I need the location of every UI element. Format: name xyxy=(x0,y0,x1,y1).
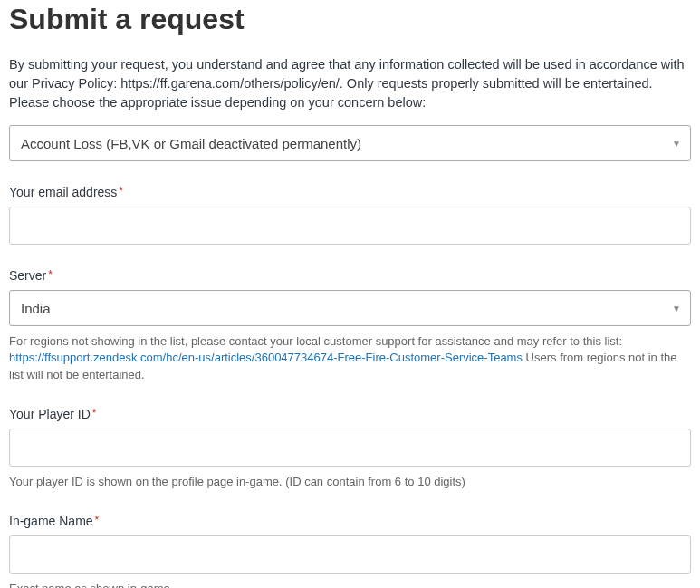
required-mark: * xyxy=(48,268,53,281)
required-mark: * xyxy=(95,514,100,526)
issue-type-select[interactable]: Account Loss (FB,VK or Gmail deactivated… xyxy=(9,125,691,161)
chevron-down-icon: ▼ xyxy=(672,139,681,149)
server-label: Server* xyxy=(9,268,691,283)
email-field[interactable] xyxy=(9,207,691,245)
player-id-help-text: Your player ID is shown on the profile p… xyxy=(9,474,691,490)
required-mark: * xyxy=(119,185,123,198)
in-game-name-group: In-game Name* Exact name as shown in-gam… xyxy=(9,514,691,588)
email-label: Your email address* xyxy=(9,185,691,199)
required-mark: * xyxy=(92,407,97,419)
server-selected: India xyxy=(21,301,51,316)
server-group: Server* India ▼ For regions not showing … xyxy=(9,268,691,383)
chevron-down-icon: ▼ xyxy=(672,304,681,313)
in-game-name-label-text: In-game Name xyxy=(9,514,93,528)
server-select[interactable]: India ▼ xyxy=(9,290,691,326)
in-game-name-help-text: Exact name as shown in-game xyxy=(9,581,691,588)
issue-type-selected: Account Loss (FB,VK or Gmail deactivated… xyxy=(21,136,361,151)
in-game-name-label: In-game Name* xyxy=(9,514,691,528)
issue-type-group: Account Loss (FB,VK or Gmail deactivated… xyxy=(9,125,691,161)
server-help-text: For regions not showing in the list, ple… xyxy=(9,333,691,383)
in-game-name-field[interactable] xyxy=(9,535,691,574)
intro-text: By submitting your request, you understa… xyxy=(9,55,691,112)
page-title: Submit a request xyxy=(9,0,691,39)
email-group: Your email address* xyxy=(9,185,691,245)
player-id-group: Your Player ID* Your player ID is shown … xyxy=(9,407,691,490)
server-help-prefix: For regions not showing in the list, ple… xyxy=(9,334,622,348)
email-label-text: Your email address xyxy=(9,185,117,199)
player-id-field[interactable] xyxy=(9,429,691,467)
player-id-label: Your Player ID* xyxy=(9,407,691,421)
server-help-link[interactable]: https://ffsupport.zendesk.com/hc/en-us/a… xyxy=(9,351,523,364)
player-id-label-text: Your Player ID xyxy=(9,407,91,421)
server-label-text: Server xyxy=(9,268,46,283)
